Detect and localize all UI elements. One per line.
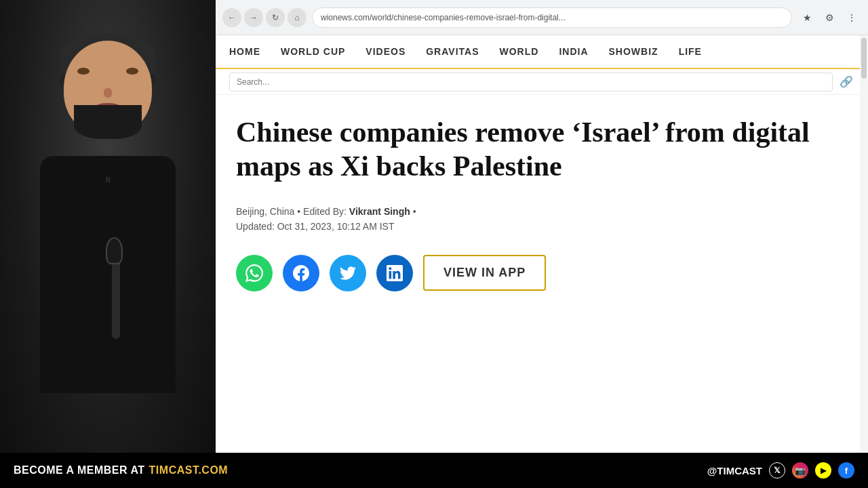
twitter-icon <box>340 265 356 281</box>
share-icon[interactable]: 🔗 <box>838 74 854 90</box>
address-bar[interactable]: wionews.com/world/chinese-companies-remo… <box>312 7 792 28</box>
nav-videos[interactable]: VIDEOS <box>366 46 406 57</box>
instagram-social-icon[interactable]: 📷 <box>792 462 808 479</box>
search-input[interactable] <box>229 73 833 92</box>
edited-by-label: Edited By: <box>303 206 347 217</box>
browser-controls: ← → ↻ ⌂ <box>222 8 307 27</box>
facebook-share-button[interactable] <box>283 255 319 291</box>
bottom-right: @TIMCAST 𝕏 📷 ▶ f <box>707 462 854 479</box>
nav-india[interactable]: INDIA <box>559 46 588 57</box>
refresh-button[interactable]: ↻ <box>266 8 285 27</box>
at-timcast-label: @TIMCAST <box>707 465 762 476</box>
facebook-social-icon[interactable]: f <box>838 462 854 479</box>
browser-panel: ← → ↻ ⌂ wionews.com/world/chinese-compan… <box>216 0 868 488</box>
person-body: N <box>40 156 176 393</box>
article-content: Chinese companies remove ‘Israel’ from d… <box>216 95 868 488</box>
person-beard <box>74 105 142 139</box>
browser-chrome: ← → ↻ ⌂ wionews.com/world/chinese-compan… <box>216 0 868 35</box>
back-button[interactable]: ← <box>222 8 241 27</box>
webcam-panel: N <box>0 0 216 488</box>
timcast-link[interactable]: TIMCAST.COM <box>149 464 229 476</box>
bottom-left: BECOME A MEMBER AT TIMCAST.COM <box>14 464 228 476</box>
linkedin-icon <box>387 265 403 281</box>
search-area: 🔗 <box>216 69 868 95</box>
bullet-1: • <box>297 206 303 217</box>
nav-showbiz[interactable]: SHOWBIZ <box>609 46 658 57</box>
nav-world[interactable]: WORLD <box>500 46 539 57</box>
view-in-app-button[interactable]: VIEW IN APP <box>423 255 546 291</box>
bottom-bar: BECOME A MEMBER AT TIMCAST.COM @TIMCAST … <box>0 453 868 488</box>
nav-gravitas[interactable]: GRAVITAS <box>426 46 479 57</box>
scrollbar-thumb[interactable] <box>861 38 867 79</box>
nav-bar: HOME WORLD CUP VIDEOS GRAVITAS WORLD IND… <box>216 35 868 69</box>
nav-world-cup[interactable]: WORLD CUP <box>281 46 345 57</box>
facebook-icon <box>293 265 309 281</box>
whatsapp-icon <box>245 264 263 282</box>
linkedin-share-button[interactable] <box>376 255 413 291</box>
editor-name: Vikrant Singh <box>349 206 410 217</box>
article-meta: Beijing, China • Edited By: Vikrant Sing… <box>236 204 848 235</box>
nav-life[interactable]: LIFE <box>679 46 702 57</box>
share-area: VIEW IN APP <box>236 255 848 291</box>
become-member-text: BECOME A MEMBER AT <box>14 464 145 476</box>
updated-label: Updated: <box>236 221 275 232</box>
twitter-share-button[interactable] <box>330 255 366 291</box>
x-social-icon[interactable]: 𝕏 <box>769 462 785 479</box>
browser-actions: ★ ⚙ ⋮ <box>797 8 861 27</box>
extensions-button[interactable]: ⚙ <box>820 8 839 27</box>
home-button[interactable]: ⌂ <box>288 8 307 27</box>
updated-date: Oct 31, 2023, 10:12 AM IST <box>277 221 395 232</box>
nav-home[interactable]: HOME <box>229 46 260 57</box>
whatsapp-share-button[interactable] <box>236 255 273 291</box>
bookmark-button[interactable]: ★ <box>797 8 816 27</box>
article-location: Beijing, China <box>236 206 294 217</box>
scrollbar[interactable] <box>860 35 868 488</box>
menu-button[interactable]: ⋮ <box>842 8 861 27</box>
article-headline: Chinese companies remove ‘Israel’ from d… <box>236 115 848 184</box>
forward-button[interactable]: → <box>244 8 263 27</box>
youtube-social-icon[interactable]: ▶ <box>815 462 831 479</box>
bullet-2: • <box>413 206 416 217</box>
address-text: wionews.com/world/chinese-companies-remo… <box>321 13 566 22</box>
